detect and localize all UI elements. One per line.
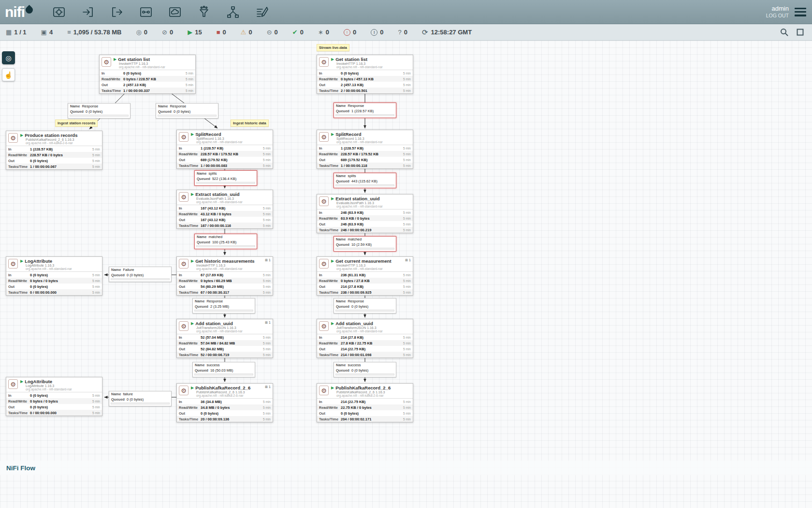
connection-queued-row: Queued522 (136.4 KB) [195,176,257,181]
search-icon[interactable] [780,28,788,36]
output-port-tool[interactable] [109,4,125,20]
processor-add-station-uuid[interactable]: ⚙▶Add station_uuidJoltTransformJSON 1.16… [317,319,413,358]
label-tool[interactable] [254,4,270,20]
stat-value: 1 / 00:00:00.067 [30,164,92,169]
stat-label: Tasks/Time [8,164,30,169]
stat-value: 689 (179.52 KB) [201,158,263,162]
stat-value: 2 / 00:00:00.501 [341,89,403,93]
stat-window: 5 min [263,336,271,339]
stat-window: 5 min [403,418,411,421]
processor-publishkafkarecord-2-6[interactable]: ⚙▶PublishKafkaRecord_2_6PublishKafkaReco… [317,383,413,422]
processor-extract-station-uuid[interactable]: ⚙▶Extract station_uuidEvaluateJsonPath 1… [176,190,273,229]
connection-queued-row: Queued0 (0 bytes) [334,304,396,309]
stat-value: 214 (27.8 KB) [341,284,403,289]
input-port-icon [81,5,95,19]
process-group-tool[interactable] [138,4,154,20]
stat-window: 5 min [403,406,411,409]
processor-get-current-measurement[interactable]: ⚙▶Get current measurementInvokeHTTP 1.16… [317,256,413,296]
refresh-icon: ⟳ [422,28,428,37]
connection-queued-value: 443 (115.62 KB) [351,179,377,183]
stat-value: 0 (0 bytes) [341,411,403,416]
connection-queued-key: Queued [336,109,349,113]
processor-get-station-list[interactable]: ⚙▶Get station listInvokeHTTP 1.16.3org.a… [99,55,196,94]
processor-bundle: org.apache.nifi - nifi-standard-nar [196,329,243,333]
connection-label-response[interactable]: NameResponseQueued0 (0 bytes) [68,103,130,119]
flow-canvas[interactable]: Stream live-dataIngest station recordsIn… [0,0,812,508]
connection-label-success[interactable]: NamesuccessQueued16 (50.03 MB) [192,362,255,377]
stat-label: Read/Write [179,152,201,156]
disabled-status: ⊝0 [267,29,278,36]
processor-stats: In0 (0 bytes)5 minRead/Write0 bytes / 0 … [6,271,102,295]
processor-stats: In214 (27.8 KB)5 minRead/Write27.8 KB / … [317,334,413,358]
operate-palette-button[interactable]: ☝ [2,68,15,81]
processor-add-station-uuid[interactable]: ⚙▶Add station_uuidJoltTransformJSON 1.16… [176,319,273,358]
processor-bundle: org.apache.nifi - nifi-standard-nar [336,329,383,333]
remote-process-group-tool[interactable] [167,4,183,20]
connection-label-splits[interactable]: NamesplitsQueued522 (136.4 KB) [194,170,257,186]
canvas-label-stream-live-data[interactable]: Stream live-data [317,44,349,51]
connection-label-success[interactable]: NamesuccessQueued0 (0 bytes) [334,362,396,377]
processor-tool[interactable] [51,4,67,20]
processor-stats: In52 (57.04 MB)5 minRead/Write57.04 MB /… [177,334,273,358]
connection-name-row: NameResponse [156,104,218,109]
processor-logattribute[interactable]: ⚙▶LogAttributeLogAttribute 1.16.3org.apa… [6,377,102,416]
input-port-tool[interactable] [80,4,96,20]
connection-label-response[interactable]: NameResponseQueued2 (3.25 MB) [192,298,255,314]
connection-queued-key: Queued [158,109,172,114]
stat-row: Tasks/Time236 / 00:00:09.9255 min [317,289,413,295]
stat-label: Out [319,284,341,289]
stat-row: In36 (34.8 MB)5 min [177,399,273,404]
navigate-palette-button[interactable]: ◎ [2,51,15,64]
stat-window: 5 min [403,279,411,283]
stat-window: 5 min [92,394,100,397]
panel-toggle-icon[interactable] [796,28,804,36]
connection-name-row: NameResponse [334,103,396,108]
stat-row: Read/Write0 bytes / 60.29 MB5 min [177,278,273,284]
connection-label-splits[interactable]: NamesplitsQueued443 (115.62 KB) [334,173,396,188]
processor-titles: ▶Add station_uuidJoltTransformJSON 1.16.… [331,321,383,333]
processor-publishkafkarecord-2-6[interactable]: ⚙▶PublishKafkaRecord_2_6PublishKafkaReco… [176,383,273,422]
connection-label-response[interactable]: NameResponseQueued0 (0 bytes) [156,103,218,119]
stat-window: 5 min [263,353,271,357]
global-menu-button[interactable] [795,8,806,16]
funnel-icon [197,5,211,19]
connection-label-matched[interactable]: NamematchedQueued10 (2.59 KB) [334,236,396,252]
processor-header: ⚙▶Add station_uuidJoltTransformJSON 1.16… [177,319,273,334]
processor-logattribute[interactable]: ⚙▶LogAttributeLogAttribute 1.16.3org.apa… [6,256,102,296]
canvas-label-ingest-station-records[interactable]: Ingest station records [55,120,98,127]
stat-row: In0 (0 bytes)5 min [317,70,413,76]
connection-name-row: NameResponse [193,299,255,304]
canvas-label-ingest-historic-data[interactable]: Ingest historic data [231,120,269,127]
processor-extract-station-uuid[interactable]: ⚙▶Extract station_uuidEvaluateJsonPath 1… [317,194,413,233]
processor-get-historic-measurements[interactable]: ⚙▶Get historic measurementsInvokeHTTP 1.… [176,256,273,296]
connection-label-matched[interactable]: NamematchedQueued100 (25.43 KB) [194,234,257,249]
processor-splitrecord[interactable]: ⚙▶SplitRecordSplitRecord 1.16.3org.apach… [176,130,273,169]
stat-value: 0 (0 bytes) [123,71,186,75]
connection-queued-key: Queued [336,368,349,373]
stat-window: 5 min [403,211,411,214]
stat-window: 5 min [186,89,193,92]
processor-header: ⚙▶Add station_uuidJoltTransformJSON 1.16… [317,319,413,334]
funnel-tool[interactable] [196,4,212,20]
connection-label-failure[interactable]: NameFailureQueued0 (0 bytes) [109,267,172,282]
stat-value: 0 (0 bytes) [30,284,92,289]
processor-splitrecord[interactable]: ⚙▶SplitRecordSplitRecord 1.16.3org.apach… [317,130,413,169]
stat-row: Tasks/Time1 / 00:00:00.3375 min [100,88,195,93]
processor-bundle: org.apache.nifi - nifi-standard-nar [196,200,243,204]
processor-produce-station-records[interactable]: ⚙▶Produce station recordsPublishKafkaRec… [6,131,102,170]
processor-type: InvokeHTTP 1.16.3 [119,62,165,65]
processor-name: Produce station records [25,133,77,138]
processor-name-row: ▶LogAttribute [20,379,72,384]
stat-value: 34.8 MB / 0 bytes [201,405,263,410]
logout-link[interactable]: LOG OUT [766,13,789,19]
processor-get-station-list[interactable]: ⚙▶Get station listInvokeHTTP 1.16.3org.a… [317,55,413,94]
template-tool[interactable] [225,4,241,20]
stat-row: Tasks/Time52 / 00:00:06.7195 min [177,352,273,358]
stat-value: 67 (17.69 KB) [201,273,263,277]
connection-label-response[interactable]: NameResponseQueued0 (0 bytes) [334,298,396,314]
connection-label-response[interactable]: NameResponseQueued1 (228.57 KB) [334,103,396,118]
breadcrumb-root-link[interactable]: NiFi Flow [6,464,35,472]
refresh-status[interactable]: ⟳12:58:27 GMT [422,28,472,37]
not-transmitting-icon: ⊘ [162,29,167,36]
connection-label-failure[interactable]: NamefailureQueued0 (0 bytes) [109,391,172,406]
